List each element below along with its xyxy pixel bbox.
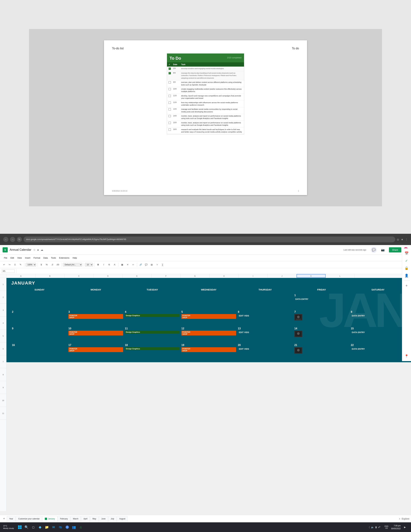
sheet-tab-march[interactable]: March <box>71 516 81 522</box>
sheet-tab-january[interactable]: January <box>42 516 57 522</box>
drive-icon[interactable]: ▲ <box>37 248 39 251</box>
task-row-3[interactable]: 9/9oversee, plan and deliver content acr… <box>167 80 244 87</box>
meet-icon[interactable]: 📷 <box>380 247 386 253</box>
start-button[interactable] <box>17 524 23 530</box>
checkbox-7[interactable] <box>168 108 171 110</box>
back-button[interactable]: ← <box>3 237 8 242</box>
menu-item-help[interactable]: Help <box>71 256 78 260</box>
menu-item-file[interactable]: File <box>3 256 9 260</box>
italic-button[interactable]: I <box>101 262 106 267</box>
menu-item-edit[interactable]: Edit <box>9 256 15 260</box>
notification-icon[interactable]: ☍ <box>378 526 380 529</box>
address-bar[interactable]: docs.google.com/spreadsheets/d/T7VV2d-kt… <box>24 237 395 242</box>
add-sheet-button[interactable]: + <box>2 516 6 521</box>
sheet-tab-july[interactable]: July <box>108 516 117 522</box>
menu-icon[interactable]: ⋮ <box>405 238 408 241</box>
sheets-filename[interactable]: Annual Calendar <box>10 248 31 251</box>
battery-icon[interactable]: ▮ <box>375 526 377 529</box>
sidebar-tasks-icon[interactable]: ✓ <box>404 258 410 264</box>
decrease-dec-button[interactable]: .0 <box>50 262 55 267</box>
taskview-button[interactable]: ▢ <box>30 524 36 530</box>
mail-icon[interactable]: ✉ <box>51 524 56 530</box>
borders-button[interactable]: ▦ <box>120 262 125 267</box>
task-row-6[interactable]: 12/9form key relationships with influenc… <box>167 101 244 107</box>
filter-button[interactable]: ▿ <box>155 262 159 267</box>
explorer-icon[interactable]: 📁 <box>44 524 50 530</box>
sidebar-keep-icon[interactable]: 🔒 <box>404 265 410 271</box>
volume-icon[interactable]: 🔈 <box>371 526 374 529</box>
sidebar-calendar-icon[interactable]: 📅 <box>404 250 410 256</box>
undo-button[interactable]: ↩ <box>2 262 6 267</box>
font-size-selector[interactable]: 101112 <box>85 263 93 266</box>
checkbox-6[interactable] <box>168 102 171 104</box>
link-button[interactable]: 🔗 <box>138 262 143 267</box>
cell-reference-input[interactable] <box>2 269 15 273</box>
task-row-5[interactable]: 11/9develop, launch and manage new compe… <box>167 94 244 101</box>
extensions-icon[interactable]: ◎ <box>397 238 399 241</box>
checkbox-10[interactable] <box>168 128 171 131</box>
paint-format-button[interactable]: ✎ <box>18 262 23 267</box>
edge-browser-icon[interactable]: ◆ <box>37 524 43 530</box>
task-row-1[interactable]: 2/9develop creative and engaging social … <box>167 66 244 71</box>
show-desktop-button[interactable]: ▶ <box>402 524 408 530</box>
checkbox-4[interactable] <box>168 88 171 90</box>
chrome-icon[interactable] <box>64 524 70 530</box>
task-row-2[interactable]: 8/9manage the day-to-day handling of all… <box>167 71 244 80</box>
checkbox-3[interactable] <box>168 81 171 84</box>
star-icon[interactable]: ☆ <box>33 248 36 251</box>
formula-input[interactable] <box>19 270 409 272</box>
sheet-tab-february[interactable]: February <box>58 516 70 522</box>
bookmark-icon[interactable]: ★ <box>401 238 403 241</box>
redo-button[interactable]: ↪ <box>7 262 12 267</box>
task-row-4[interactable]: 10/9create engaging multimedia content (… <box>167 87 244 94</box>
print-button[interactable]: ⎙ <box>13 262 17 267</box>
sheet-tab-august[interactable]: August <box>117 516 128 522</box>
menu-item-data[interactable]: Data <box>42 256 49 260</box>
text-color-button[interactable]: A <box>112 262 117 267</box>
menu-item-tools[interactable]: Tools <box>50 256 57 260</box>
cloud-icon[interactable]: ☁ <box>41 248 43 251</box>
checkbox-5[interactable] <box>168 95 171 97</box>
search-taskbar-button[interactable]: 🔍 <box>24 524 29 530</box>
sheet-tab-may[interactable]: May <box>90 516 99 522</box>
font-selector[interactable]: Default (Ari... <box>63 263 82 266</box>
zoom-selector[interactable]: 100%75%125% <box>26 263 36 266</box>
explore-button[interactable]: Explore <box>402 517 409 520</box>
task-row-9[interactable]: 15/9monitor, track, analyse and report o… <box>167 121 244 127</box>
scroll-tabs-right[interactable]: › <box>399 517 400 520</box>
menu-item-extensions[interactable]: Extensions <box>58 256 71 260</box>
checkbox-8[interactable] <box>168 115 171 117</box>
taskbar-lang[interactable]: ENGUS <box>384 525 388 529</box>
store-icon[interactable]: 🛍 <box>57 524 63 530</box>
task-row-8[interactable]: 14/9monitor, track, analyse and report o… <box>167 114 244 121</box>
teams-icon[interactable]: 👥 <box>71 524 77 530</box>
currency-button[interactable]: $ <box>39 262 44 267</box>
comments-icon[interactable]: 💬 <box>371 247 377 253</box>
checkbox-1[interactable] <box>168 67 171 70</box>
comment-button[interactable]: 💬 <box>144 262 149 267</box>
sheet-tab-customize-your-calendar[interactable]: Customize your calendar <box>16 516 42 522</box>
align-button[interactable]: ⇦ <box>131 262 136 267</box>
merge-button[interactable]: ≡ <box>125 262 130 267</box>
menu-item-view[interactable]: View <box>16 256 23 260</box>
taskbar-weather[interactable]: 37°C Mostly cloudy <box>3 525 14 530</box>
sheet-tab-year[interactable]: Year <box>7 516 16 522</box>
checkbox-2[interactable] <box>168 72 171 74</box>
function-button[interactable]: ∑ <box>160 262 165 267</box>
percent-button[interactable]: % <box>44 262 49 267</box>
share-button[interactable]: Share <box>389 247 401 252</box>
checkbox-9[interactable] <box>168 122 171 124</box>
network-icon[interactable]: 〈 <box>369 526 370 529</box>
refresh-button[interactable]: ↻ <box>17 237 22 242</box>
chart-button[interactable]: ▤ <box>149 262 154 267</box>
sheet-tab-april[interactable]: April <box>81 516 90 522</box>
increase-dec-button[interactable]: .00 <box>55 262 60 267</box>
sidebar-add-icon[interactable]: + <box>404 283 410 289</box>
sheet-tab-june[interactable]: June <box>99 516 108 522</box>
bold-button[interactable]: B <box>96 262 101 267</box>
menu-item-format[interactable]: Format <box>32 256 41 260</box>
sidebar-maps-icon[interactable]: 📍 <box>404 353 410 359</box>
task-row-7[interactable]: 13/9manage and facilitate social media c… <box>167 107 244 114</box>
spotify-icon[interactable]: ♫ <box>78 524 84 530</box>
task-row-10[interactable]: 16/9research and evaluate the latest tre… <box>167 127 244 134</box>
